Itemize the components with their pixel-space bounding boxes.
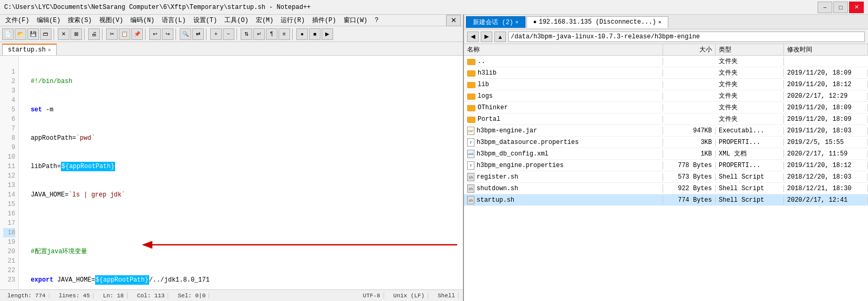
- file-type: 文件夹: [716, 80, 784, 89]
- file-type: 文件夹: [716, 115, 784, 123]
- menu-encode[interactable]: 编码(N): [127, 15, 158, 26]
- menu-file[interactable]: 文件(F): [2, 15, 33, 26]
- cut-button[interactable]: ✂: [106, 28, 118, 40]
- menu-window[interactable]: 窗口(W): [340, 15, 371, 26]
- file-row[interactable]: OThinker 文件夹 2019/11/20, 18:09: [464, 102, 868, 113]
- file-type: PROPERTI...: [716, 162, 784, 169]
- status-length: length: 774: [4, 293, 49, 299]
- close-button[interactable]: ✕: [849, 2, 864, 13]
- xftp-tab-remote[interactable]: ● 192.168.31.135 (Disconnecte...) ✕: [526, 16, 668, 28]
- save-all-button[interactable]: 🗃: [40, 28, 51, 40]
- special-button[interactable]: ¶: [266, 28, 277, 40]
- macro-stop-button[interactable]: ■: [309, 28, 321, 40]
- wrap-button[interactable]: ↵: [253, 28, 265, 40]
- menu-macro[interactable]: 宏(M): [253, 15, 277, 26]
- macro-play-button[interactable]: ▶: [322, 28, 333, 40]
- file-row[interactable]: shshutdown.sh 922 Bytes Shell Script 201…: [464, 183, 868, 194]
- folder-icon: [467, 70, 476, 77]
- file-name: h3lib: [464, 69, 663, 77]
- file-date: 2019/2/5, 15:55: [784, 139, 868, 146]
- file-row[interactable]: fh3bpm_datasource.properties 3KB PROPERT…: [464, 137, 868, 148]
- menu-plugins[interactable]: 插件(P): [309, 15, 339, 26]
- file-name: Portal: [464, 116, 663, 123]
- file-row[interactable]: Portal 文件夹 2019/11/20, 18:09: [464, 113, 868, 125]
- findreplace-button[interactable]: ⇄: [192, 28, 204, 40]
- forward-button[interactable]: ▶: [481, 32, 492, 42]
- menu-search[interactable]: 搜索(S): [65, 15, 95, 26]
- tab-close-icon[interactable]: ✕: [48, 47, 51, 53]
- code-line-4: libPath=${appRootPath}: [23, 162, 459, 171]
- file-type: 文件夹: [716, 91, 784, 100]
- indent-button[interactable]: ≡: [278, 28, 290, 40]
- status-col: Col: 113: [134, 293, 169, 299]
- close-button-tb[interactable]: ✕: [58, 28, 69, 40]
- save-button[interactable]: 💾: [27, 28, 39, 40]
- file-row[interactable]: lib 文件夹 2019/11/20, 18:12: [464, 79, 868, 90]
- file-tab[interactable]: startup.sh ✕: [2, 44, 57, 55]
- maximize-button[interactable]: □: [833, 2, 848, 13]
- file-row[interactable]: logs 文件夹 2020/2/17, 12:29: [464, 90, 868, 102]
- file-row[interactable]: xmlh3bpm_db_config.xml 1KB XML 文档 2020/2…: [464, 148, 868, 160]
- syncscroll-button[interactable]: ⇅: [241, 28, 252, 40]
- close-notepad-button[interactable]: ✕: [446, 15, 461, 26]
- file-name: logs: [464, 92, 663, 100]
- xftp-tab-new-session[interactable]: 新建会话 (2) ✕: [466, 16, 525, 28]
- menu-view[interactable]: 视图(V): [96, 15, 127, 26]
- file-type: Shell Script: [716, 196, 784, 204]
- minimize-button[interactable]: −: [818, 2, 832, 13]
- back-button[interactable]: ◀: [467, 32, 479, 42]
- file-type: PROPERTI...: [716, 139, 784, 146]
- file-date: 2018/12/21, 18:30: [784, 185, 868, 192]
- undo-button[interactable]: ↩: [149, 28, 161, 40]
- menu-tools[interactable]: 工具(O): [221, 15, 252, 26]
- file-row[interactable]: fh3bpm_engine.properties 778 Bytes PROPE…: [464, 160, 868, 171]
- folder-icon: [467, 105, 476, 111]
- menu-settings[interactable]: 设置(T): [190, 15, 221, 26]
- col-type[interactable]: 类型: [716, 44, 784, 55]
- xftp-tab1-close[interactable]: ✕: [515, 19, 519, 25]
- file-row[interactable]: h3lib 文件夹 2019/11/20, 18:09: [464, 67, 868, 79]
- file-name: shstartup.sh: [464, 196, 663, 204]
- file-type: Shell Script: [716, 185, 784, 192]
- menu-help[interactable]: ?: [371, 16, 381, 25]
- print-button[interactable]: 🖨: [88, 28, 100, 40]
- file-date: 2020/2/17, 12:41: [784, 196, 868, 204]
- toolbar-sep-7: [236, 28, 239, 40]
- file-name: xmlh3bpm_db_config.xml: [464, 150, 663, 158]
- copy-button[interactable]: 📋: [119, 28, 130, 40]
- file-date: 2019/11/20, 18:09: [784, 116, 868, 123]
- col-date[interactable]: 修改时间: [784, 44, 868, 55]
- file-row[interactable]: jarh3bpm-engine.jar 947KB Executabl... 2…: [464, 125, 868, 137]
- xftp-tab2-label: 192.168.31.135 (Disconnecte...): [539, 18, 656, 26]
- file-name: lib: [464, 81, 663, 88]
- file-size: 778 Bytes: [663, 162, 716, 169]
- file-row[interactable]: shstartup.sh 774 Bytes Shell Script 2020…: [464, 194, 868, 206]
- menu-run[interactable]: 运行(R): [277, 15, 308, 26]
- menu-edit[interactable]: 编辑(E): [34, 15, 64, 26]
- redo-button[interactable]: ↪: [162, 28, 173, 40]
- close-all-button[interactable]: ⊠: [70, 28, 82, 40]
- code-line-2: set -m: [23, 105, 459, 115]
- new-button[interactable]: 📄: [2, 28, 14, 40]
- find-button[interactable]: 🔍: [180, 28, 191, 40]
- address-input[interactable]: /data/h3bpm-java-linux-10.7.3-release/h3…: [508, 32, 865, 42]
- file-row[interactable]: .. 文件夹: [464, 56, 868, 67]
- paste-button[interactable]: 📌: [131, 28, 143, 40]
- xftp-tab2-close[interactable]: ✕: [658, 19, 662, 25]
- code-editor[interactable]: #!/bin/bash set -m appRootPath=`pwd` lib…: [19, 56, 463, 289]
- col-size[interactable]: 大小: [663, 44, 716, 55]
- code-line-1: #!/bin/bash: [23, 77, 459, 86]
- status-ln: Ln: 18: [100, 293, 128, 299]
- zoom-in-button[interactable]: +: [210, 28, 222, 40]
- file-jar-icon: jar: [467, 127, 474, 135]
- open-button[interactable]: 📂: [15, 28, 26, 40]
- up-button[interactable]: ▲: [494, 32, 506, 42]
- file-row[interactable]: shregister.sh 573 Bytes Shell Script 201…: [464, 171, 868, 183]
- status-filetype: Shell: [435, 293, 459, 299]
- menu-language[interactable]: 语言(L): [159, 15, 189, 26]
- toolbar: 📄 📂 💾 🗃 ✕ ⊠ 🖨 ✂ 📋 📌 ↩ ↪ 🔍 ⇄ + − ⇅ ↵: [0, 26, 463, 42]
- menu-bar: 文件(F) 编辑(E) 搜索(S) 视图(V) 编码(N) 语言(L) 设置(T…: [0, 15, 463, 26]
- macro-button[interactable]: ●: [296, 28, 308, 40]
- col-name[interactable]: 名称: [464, 44, 663, 55]
- zoom-out-button[interactable]: −: [223, 28, 234, 40]
